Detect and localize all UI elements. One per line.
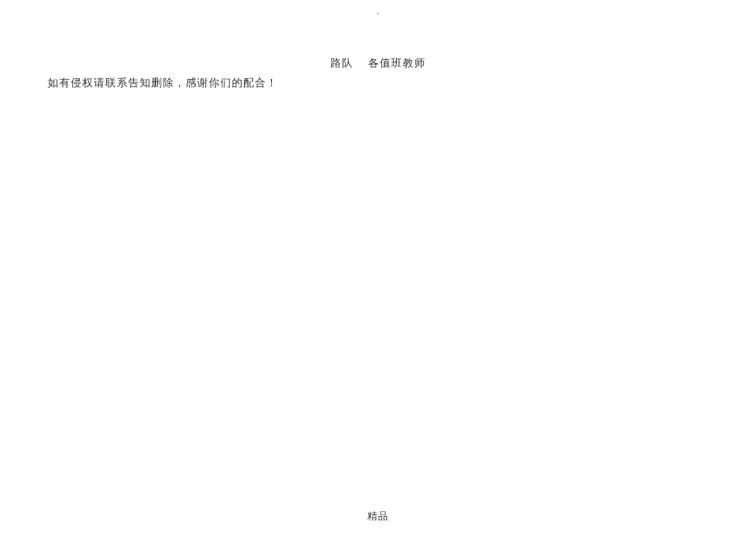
page-footer: 精品 <box>367 510 389 523</box>
content-line-2: 如有侵权请联系告知删除，感谢你们的配合！ <box>48 76 278 90</box>
content-line-1-part1: 路队 <box>330 57 353 69</box>
page-header-marker: . <box>377 7 380 16</box>
content-line-1: 路队各值班教师 <box>330 56 426 71</box>
content-line-1-part2: 各值班教师 <box>368 57 426 69</box>
